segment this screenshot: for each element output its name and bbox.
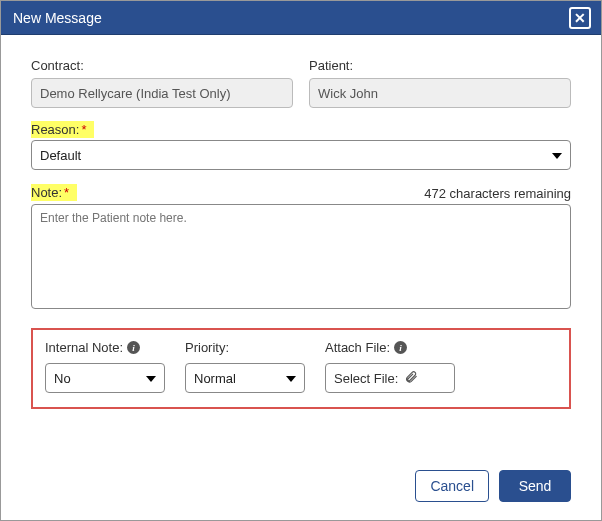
- characters-remaining: 472 characters remaining: [424, 186, 571, 201]
- priority-value: Normal: [194, 371, 236, 386]
- priority-select[interactable]: Normal: [185, 363, 305, 393]
- note-label-text: Note:: [31, 185, 62, 200]
- reason-select[interactable]: Default: [31, 140, 571, 170]
- internal-note-label: Internal Note: i: [45, 340, 165, 355]
- note-label: Note:*: [31, 184, 77, 201]
- reason-label-text: Reason:: [31, 122, 79, 137]
- contract-patient-row: Contract: Demo Rellycare (India Test Onl…: [31, 57, 571, 108]
- patient-value: Wick John: [318, 86, 378, 101]
- dialog-footer: Cancel Send: [415, 470, 571, 502]
- options-box: Internal Note: i No Priority: Normal Att…: [31, 328, 571, 409]
- internal-note-col: Internal Note: i No: [45, 340, 165, 393]
- note-required-star: *: [64, 185, 69, 200]
- attach-file-button[interactable]: Select File:: [325, 363, 455, 393]
- attach-file-text: Select File:: [334, 371, 398, 386]
- note-textarea[interactable]: [31, 204, 571, 309]
- attach-file-label: Attach File: i: [325, 340, 455, 355]
- priority-label-text: Priority:: [185, 340, 229, 355]
- patient-label: Patient:: [309, 57, 361, 74]
- close-icon: ✕: [574, 11, 586, 25]
- priority-label: Priority:: [185, 340, 305, 355]
- reason-selected-value: Default: [40, 148, 81, 163]
- close-button[interactable]: ✕: [569, 7, 591, 29]
- info-icon[interactable]: i: [127, 341, 140, 354]
- info-icon[interactable]: i: [394, 341, 407, 354]
- reason-section: Reason:* Default: [31, 122, 571, 170]
- attach-file-label-text: Attach File:: [325, 340, 390, 355]
- priority-col: Priority: Normal: [185, 340, 305, 393]
- cancel-button[interactable]: Cancel: [415, 470, 489, 502]
- internal-note-select[interactable]: No: [45, 363, 165, 393]
- note-header-row: Note:* 472 characters remaining: [31, 184, 571, 201]
- new-message-dialog: New Message ✕ Contract: Demo Rellycare (…: [0, 0, 602, 521]
- contract-col: Contract: Demo Rellycare (India Test Onl…: [31, 57, 293, 108]
- contract-label: Contract:: [31, 57, 92, 74]
- dialog-header: New Message ✕: [1, 1, 601, 35]
- contract-value: Demo Rellycare (India Test Only): [40, 86, 231, 101]
- attach-file-col: Attach File: i Select File:: [325, 340, 455, 393]
- patient-col: Patient: Wick John: [309, 57, 571, 108]
- dialog-title: New Message: [13, 10, 102, 26]
- paperclip-icon: [404, 370, 418, 387]
- send-button[interactable]: Send: [499, 470, 571, 502]
- internal-note-value: No: [54, 371, 71, 386]
- contract-field: Demo Rellycare (India Test Only): [31, 78, 293, 108]
- internal-note-label-text: Internal Note:: [45, 340, 123, 355]
- reason-label: Reason:*: [31, 121, 94, 138]
- patient-field: Wick John: [309, 78, 571, 108]
- reason-required-star: *: [81, 122, 86, 137]
- dialog-body: Contract: Demo Rellycare (India Test Onl…: [1, 35, 601, 419]
